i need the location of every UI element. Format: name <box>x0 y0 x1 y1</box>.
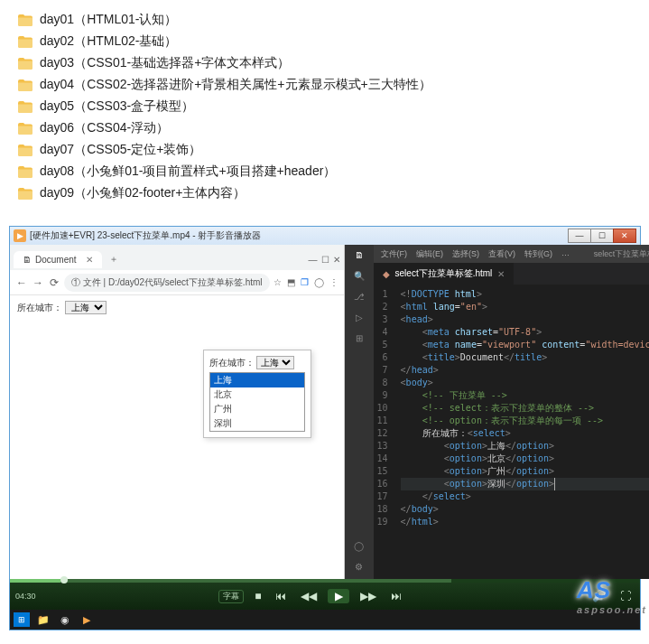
folder-icon <box>18 101 32 113</box>
editor-tabs: ◆ select下拉菜单标签.html ✕ ▤ ⋯ <box>374 263 649 285</box>
menu-item[interactable]: 编辑(E) <box>416 248 443 260</box>
start-button[interactable]: ⊞ <box>14 612 30 627</box>
folder-item[interactable]: day08（小兔鲜01-项目前置样式+项目搭建+header） <box>18 161 631 182</box>
bookmark-icon[interactable]: ❐ <box>301 277 309 287</box>
folder-icon <box>18 79 32 91</box>
folder-icon <box>18 36 32 48</box>
browser-toolbar: ← → ⟳ ① 文件 | D:/day02代码/select下拉菜单标签.htm… <box>10 270 344 295</box>
menu-item[interactable]: 选择(S) <box>452 248 479 260</box>
browser-max-icon[interactable]: ☐ <box>321 255 329 265</box>
tab-close-icon[interactable]: ✕ <box>497 269 505 279</box>
account-icon[interactable]: ◯ <box>354 541 364 551</box>
minimize-button[interactable]: — <box>568 229 591 243</box>
browser-tab[interactable]: 🗎 Document ✕ <box>14 251 102 268</box>
progress-bar[interactable] <box>10 579 640 583</box>
back-button[interactable]: ← <box>15 276 28 289</box>
folder-label: day07（CSS05-定位+装饰） <box>40 142 201 158</box>
subtitle-button[interactable]: 字幕 <box>218 590 244 603</box>
tab-title: Document <box>35 255 77 265</box>
folder-item[interactable]: day04（CSS02-选择器进阶+背景相关属性+元素显示模式+三大特性） <box>18 74 631 96</box>
play-button[interactable]: ▶ <box>328 589 349 603</box>
taskbar: ⊞ 📁 ◉ ▶ <box>10 610 640 630</box>
reload-button[interactable]: ⟳ <box>48 276 60 289</box>
new-tab-button[interactable]: ＋ <box>106 253 122 266</box>
menu-icon[interactable]: ⋮ <box>329 277 338 287</box>
dropdown-options: 上海北京广州深圳 <box>209 372 305 432</box>
folder-icon <box>18 145 32 156</box>
folder-icon <box>18 166 32 178</box>
dropdown-option[interactable]: 上海 <box>210 373 304 387</box>
dropdown-option[interactable]: 广州 <box>210 402 304 416</box>
folder-icon <box>18 14 32 26</box>
tab-favicon: 🗎 <box>23 255 32 265</box>
file-type-icon: ◆ <box>383 269 390 279</box>
dropdown-option[interactable]: 北京 <box>210 387 304 402</box>
menu-item[interactable]: 文件(F) <box>381 248 408 260</box>
menu-item[interactable]: … <box>561 248 570 260</box>
folder-icon <box>18 188 32 200</box>
menu-item[interactable]: 转到(G) <box>524 248 552 260</box>
folder-item[interactable]: day03（CSS01-基础选择器+字体文本样式） <box>18 52 631 74</box>
folder-icon <box>18 123 32 135</box>
folder-list: day01（HTML01-认知）day02（HTML02-基础）day03（CS… <box>0 0 649 226</box>
browser-close-icon[interactable]: ✕ <box>333 255 340 265</box>
window-title: [硬件加速+EVR] 23-select下拉菜单.mp4 - 射手影音播放器 <box>30 229 569 242</box>
git-icon[interactable]: ⎇ <box>354 292 365 302</box>
taskbar-app-explorer[interactable]: 📁 <box>35 612 51 627</box>
line-numbers: 12345678910111213141516171819 <box>374 285 395 579</box>
browser-pane: 🗎 Document ✕ ＋ — ☐ ✕ ← → ⟳ ① 文件 | D:/day… <box>10 245 345 579</box>
code-area[interactable]: <!DOCTYPE html><html lang="en"><head> <m… <box>395 285 649 579</box>
folder-item[interactable]: day06（CSS04-浮动） <box>18 117 631 139</box>
extensions-icon[interactable]: ⊞ <box>356 333 363 343</box>
player-controls: 04:30 字幕 ■ ⏮ ◀◀ ▶ ▶▶ ⏭ 🔊 ⛶ <box>10 583 640 610</box>
forward-button[interactable]: ▶▶ <box>357 590 380 602</box>
vscode-pane: 🗎 🔍 ⎇ ▷ ⊞ ◯ ⚙ 文件(F)编辑(E)选择(S)查看(V)转到(G)…… <box>345 245 649 579</box>
tab-close-icon[interactable]: ✕ <box>86 255 93 265</box>
extensions-icon[interactable]: ⬒ <box>287 277 295 287</box>
browser-min-icon[interactable]: — <box>309 255 318 265</box>
profile-icon[interactable]: ◯ <box>314 277 324 287</box>
watermark: AS aspsoo.net <box>577 576 647 615</box>
forward-button[interactable]: → <box>32 276 44 289</box>
page-content: 所在城市： 上海 所在城市： 上海 上海北京广州深圳 <box>10 295 344 579</box>
stop-button[interactable]: ■ <box>251 590 264 602</box>
code-editor[interactable]: 12345678910111213141516171819 <!DOCTYPE … <box>374 285 649 579</box>
video-player-window: ▶ [硬件加速+EVR] 23-select下拉菜单.mp4 - 射手影音播放器… <box>9 226 641 630</box>
folder-label: day01（HTML01-认知） <box>40 12 178 28</box>
menu-item[interactable]: 查看(V) <box>488 248 515 260</box>
vscode-menu: 文件(F)编辑(E)选择(S)查看(V)转到(G)… <box>381 248 570 260</box>
app-icon: ▶ <box>14 229 26 242</box>
rewind-button[interactable]: ◀◀ <box>297 590 320 602</box>
prev-button[interactable]: ⏮ <box>272 590 290 602</box>
city-select[interactable]: 上海 <box>65 301 107 314</box>
search-icon[interactable]: 🔍 <box>354 271 365 281</box>
folder-label: day05（CSS03-盒子模型） <box>40 98 194 115</box>
folder-item[interactable]: day01（HTML01-认知） <box>18 9 631 31</box>
vscode-title-text: select下拉菜单标签.html - day02代码 - Visu… <box>570 248 649 260</box>
debug-icon[interactable]: ▷ <box>356 313 363 322</box>
maximize-button[interactable]: ☐ <box>590 229 614 243</box>
editor-tab[interactable]: ◆ select下拉菜单标签.html ✕ <box>374 263 515 285</box>
folder-item[interactable]: day05（CSS03-盒子模型） <box>18 96 631 117</box>
close-button[interactable]: ✕ <box>613 229 636 243</box>
taskbar-app-chrome[interactable]: ◉ <box>57 612 73 627</box>
share-icon[interactable]: ☆ <box>274 277 282 287</box>
folder-item[interactable]: day09（小兔鲜02-footer+主体内容） <box>18 182 631 204</box>
folder-icon <box>18 58 32 70</box>
folder-label: day03（CSS01-基础选择器+字体文本样式） <box>40 55 290 71</box>
taskbar-app-player[interactable]: ▶ <box>79 612 95 627</box>
settings-icon[interactable]: ⚙ <box>355 562 363 572</box>
dropdown-option[interactable]: 深圳 <box>210 416 304 431</box>
next-button[interactable]: ⏭ <box>387 590 405 602</box>
explorer-icon[interactable]: 🗎 <box>355 250 364 260</box>
folder-label: day06（CSS04-浮动） <box>40 120 169 136</box>
folder-label: day04（CSS02-选择器进阶+背景相关属性+元素显示模式+三大特性） <box>40 77 431 93</box>
folder-label: day02（HTML02-基础） <box>40 33 178 50</box>
editor-tab-label: select下拉菜单标签.html <box>395 267 493 280</box>
panel-select[interactable]: 上海 <box>256 356 294 369</box>
progress-knob[interactable] <box>60 576 68 583</box>
address-bar[interactable]: ① 文件 | D:/day02代码/select下拉菜单标签.html <box>64 274 270 292</box>
folder-item[interactable]: day02（HTML02-基础） <box>18 31 631 52</box>
browser-tabstrip: 🗎 Document ✕ ＋ — ☐ ✕ <box>10 245 344 270</box>
folder-item[interactable]: day07（CSS05-定位+装饰） <box>18 139 631 161</box>
